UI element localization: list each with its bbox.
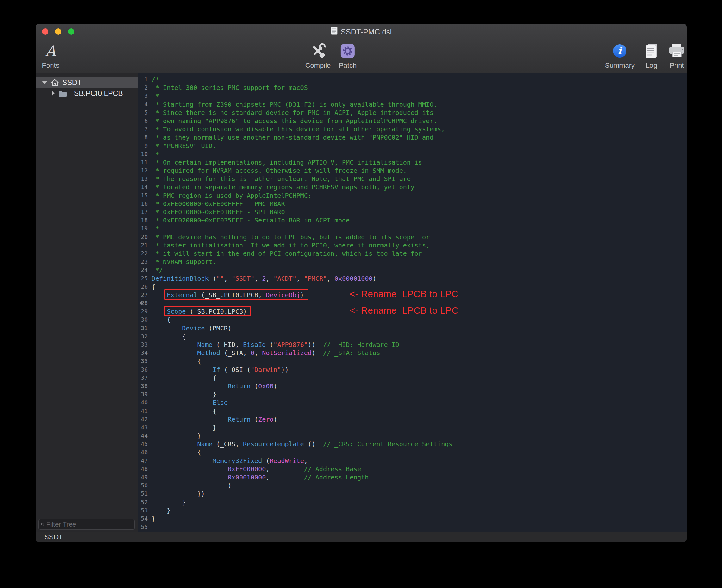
code-line[interactable]: 20 * PMC device has nothing to do to LPC…: [138, 233, 686, 241]
code-line[interactable]: 1/*: [138, 75, 686, 84]
code-text: *: [152, 150, 159, 158]
disclosure-down-icon[interactable]: [42, 81, 47, 84]
code-token: Name: [197, 341, 213, 349]
code-line[interactable]: 53 }: [138, 506, 686, 514]
code-line[interactable]: 42 Return (Zero): [138, 415, 686, 423]
code-line[interactable]: 54}: [138, 514, 686, 523]
code-line[interactable]: 44 }: [138, 432, 686, 440]
code-line[interactable]: 47 Memory32Fixed (ReadWrite,: [138, 457, 686, 465]
home-icon: [50, 79, 59, 87]
code-line[interactable]: 48 0xFE000000, // Address Base: [138, 465, 686, 473]
code-token: (PMCR): [205, 324, 232, 332]
code-line[interactable]: 15 * PMC region is used by AppleIntelPCH…: [138, 191, 686, 200]
line-number: 14: [138, 183, 148, 191]
code-line[interactable]: 49 0x00010000, // Address Length: [138, 473, 686, 481]
code-line[interactable]: 3 *: [138, 92, 686, 100]
line-number: 50: [138, 481, 148, 489]
code-line[interactable]: 32 {: [138, 332, 686, 340]
code-token: {: [152, 316, 171, 323]
code-line[interactable]: 19 *: [138, 224, 686, 233]
code-line[interactable]: 14 * located in separate memory regions …: [138, 183, 686, 191]
code-line[interactable]: 4 * Starting from Z390 chipsets PMC (D31…: [138, 100, 686, 108]
code-line[interactable]: 50 ): [138, 481, 686, 489]
fonts-label: Fonts: [42, 61, 59, 70]
zoom-button[interactable]: [68, 28, 75, 35]
code-token: [152, 457, 213, 465]
code-line[interactable]: 29 Scope (_SB.PCI0.LPCB)<- Rename LPCB t…: [138, 307, 686, 316]
code-line[interactable]: 34 Method (_STA, 0, NotSerialized) // _S…: [138, 349, 686, 357]
line-number: 47: [138, 457, 148, 465]
code-line[interactable]: 21 * faster initialisation. If we add it…: [138, 241, 686, 249]
code-line[interactable]: 8 * as they normally use another non-sta…: [138, 133, 686, 142]
code-line[interactable]: 38 Return (0x0B): [138, 382, 686, 390]
code-line[interactable]: 41 {: [138, 407, 686, 415]
code-line[interactable]: 27 External (_SB_.PCI0.LPCB, DeviceObj)<…: [138, 291, 686, 299]
code-line[interactable]: 33 Name (_HID, EisaId ("APP9876")) // _H…: [138, 340, 686, 349]
compile-button[interactable]: Compile: [305, 41, 331, 70]
code-line[interactable]: 22 * it will start in the end of PCI con…: [138, 249, 686, 258]
code-line[interactable]: 39 }: [138, 390, 686, 398]
code-line[interactable]: 37 {: [138, 374, 686, 382]
code-token: [152, 382, 228, 390]
code-line[interactable]: 7 * To avoid confusion we disable this d…: [138, 125, 686, 133]
code-line[interactable]: 55: [138, 523, 686, 531]
code-text: }: [152, 390, 216, 398]
code-line[interactable]: 43 }: [138, 423, 686, 432]
log-button[interactable]: Log: [643, 41, 659, 70]
code-line[interactable]: 40 Else: [138, 398, 686, 407]
code-token: "ACDT": [273, 275, 296, 282]
titlebar[interactable]: SSDT-PMC.dsl: [36, 24, 686, 40]
code-editor[interactable]: 1/*2 * Intel 300-series PMC support for …: [138, 74, 686, 532]
patch-button[interactable]: Patch: [339, 41, 357, 70]
code-token: * Since there is no standard device for …: [152, 109, 433, 117]
code-line[interactable]: 12 * required for NVRAM access. Otherwis…: [138, 166, 686, 175]
minimize-button[interactable]: [55, 28, 61, 35]
close-button[interactable]: [42, 28, 48, 35]
filter-tree-box: [38, 519, 135, 530]
code-line[interactable]: 17 * 0xFE010000~0xFE010FFF - SPI BAR0: [138, 208, 686, 216]
code-line[interactable]: 51 }): [138, 489, 686, 498]
code-token: }: [152, 507, 171, 514]
code-line[interactable]: 23 * NVRAM support.: [138, 258, 686, 266]
code-line[interactable]: 52 }: [138, 498, 686, 506]
code-line[interactable]: 46 {: [138, 448, 686, 456]
code-line[interactable]: 6 * own naming "APP9876" to access this …: [138, 117, 686, 125]
code-text: Name (_HID, EisaId ("APP9876")) // _HID:…: [152, 340, 399, 349]
document-proxy-icon[interactable]: [331, 26, 338, 37]
disclosure-right-icon[interactable]: [51, 91, 55, 96]
code-line[interactable]: 2 * Intel 300-series PMC support for mac…: [138, 84, 686, 92]
code-line[interactable]: 5 * Since there is no standard device fo…: [138, 108, 686, 117]
code-line[interactable]: 10 *: [138, 150, 686, 158]
sidebar-item-ssdt[interactable]: SSDT: [36, 77, 138, 88]
code-token: // _CRS: Current Resource Settings: [323, 440, 452, 448]
code-line[interactable]: 30 {: [138, 316, 686, 324]
code-token: *: [152, 225, 159, 232]
sidebar-item-sb-pci0-lpcb[interactable]: _SB.PCI0.LPCB: [36, 88, 138, 99]
status-text: SSDT: [44, 533, 63, 541]
print-button[interactable]: Print: [668, 41, 685, 70]
code-line[interactable]: 36 If (_OSI ("Darwin")): [138, 365, 686, 374]
code-line[interactable]: 16 * 0xFE000000~0xFE00FFFF - PMC MBAR: [138, 200, 686, 208]
filter-tree-input[interactable]: [46, 521, 132, 528]
code-token: ): [373, 275, 377, 282]
code-token: ,: [254, 275, 262, 282]
code-line[interactable]: 18 * 0xFE020000~0xFE035FFF - SerialIo BA…: [138, 216, 686, 224]
line-number: 23: [138, 258, 148, 266]
line-number: 17: [138, 208, 148, 216]
code-line[interactable]: 24 */: [138, 266, 686, 274]
annotation-text: <- Rename LPCB to LPC: [349, 290, 459, 298]
summary-info-icon: i: [605, 41, 635, 60]
code-line[interactable]: 35 {: [138, 357, 686, 365]
line-number: 46: [138, 448, 148, 456]
code-line[interactable]: 31 Device (PMCR): [138, 324, 686, 332]
summary-button[interactable]: i Summary: [605, 41, 635, 70]
code-token: [152, 399, 213, 406]
code-line[interactable]: 25DefinitionBlock ("", "SSDT", 2, "ACDT"…: [138, 274, 686, 282]
code-line[interactable]: 9 * "PCHRESV" UID.: [138, 142, 686, 150]
code-token: * located in separate memory regions and…: [152, 183, 415, 191]
gutter-marker-dot: [140, 302, 143, 305]
fonts-button[interactable]: A Fonts: [42, 41, 59, 70]
code-line[interactable]: 45 Name (_CRS, ResourceTemplate () // _C…: [138, 440, 686, 448]
code-line[interactable]: 11 * On certain implementations, includi…: [138, 158, 686, 166]
code-line[interactable]: 13 * The reason for this is rather uncle…: [138, 175, 686, 183]
